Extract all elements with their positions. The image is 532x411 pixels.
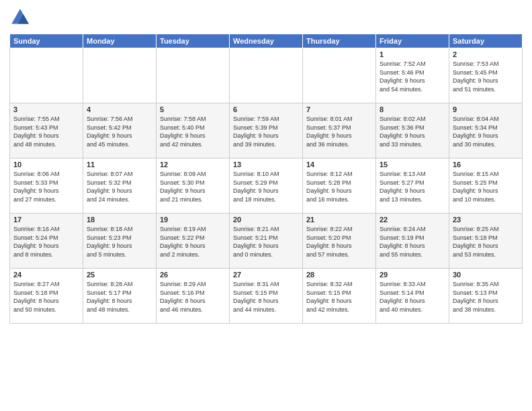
day-info: Sunrise: 7:59 AM Sunset: 5:39 PM Dayligh… bbox=[233, 115, 299, 148]
calendar-cell: 11Sunrise: 8:07 AM Sunset: 5:32 PM Dayli… bbox=[83, 158, 157, 214]
calendar-cell: 25Sunrise: 8:28 AM Sunset: 5:17 PM Dayli… bbox=[83, 269, 157, 324]
day-number: 4 bbox=[87, 105, 152, 113]
calendar-cell bbox=[83, 48, 157, 103]
day-info: Sunrise: 7:52 AM Sunset: 5:46 PM Dayligh… bbox=[380, 60, 445, 93]
weekday-wednesday: Wednesday bbox=[230, 34, 303, 48]
day-number: 28 bbox=[306, 271, 372, 279]
day-number: 14 bbox=[306, 161, 372, 169]
calendar-cell: 10Sunrise: 8:06 AM Sunset: 5:33 PM Dayli… bbox=[10, 158, 83, 214]
day-info: Sunrise: 8:28 AM Sunset: 5:17 PM Dayligh… bbox=[87, 280, 152, 314]
weekday-row: SundayMondayTuesdayWednesdayThursdayFrid… bbox=[10, 34, 523, 48]
calendar-cell: 16Sunrise: 8:15 AM Sunset: 5:25 PM Dayli… bbox=[449, 158, 523, 214]
day-info: Sunrise: 8:02 AM Sunset: 5:36 PM Dayligh… bbox=[380, 115, 445, 148]
weekday-monday: Monday bbox=[83, 34, 157, 48]
calendar-cell: 15Sunrise: 8:13 AM Sunset: 5:27 PM Dayli… bbox=[376, 158, 449, 214]
day-number: 26 bbox=[160, 271, 226, 279]
calendar-cell: 18Sunrise: 8:18 AM Sunset: 5:23 PM Dayli… bbox=[83, 214, 157, 269]
day-info: Sunrise: 7:56 AM Sunset: 5:42 PM Dayligh… bbox=[87, 115, 152, 148]
day-info: Sunrise: 8:24 AM Sunset: 5:19 PM Dayligh… bbox=[380, 225, 445, 259]
day-info: Sunrise: 8:13 AM Sunset: 5:27 PM Dayligh… bbox=[380, 170, 445, 203]
calendar-cell: 24Sunrise: 8:27 AM Sunset: 5:18 PM Dayli… bbox=[10, 269, 83, 324]
day-number: 1 bbox=[380, 50, 445, 58]
day-number: 11 bbox=[87, 161, 152, 169]
day-info: Sunrise: 8:29 AM Sunset: 5:16 PM Dayligh… bbox=[160, 280, 226, 314]
weekday-friday: Friday bbox=[376, 34, 449, 48]
day-number: 20 bbox=[233, 216, 299, 224]
page: SundayMondayTuesdayWednesdayThursdayFrid… bbox=[0, 0, 532, 411]
day-info: Sunrise: 7:53 AM Sunset: 5:45 PM Dayligh… bbox=[453, 60, 519, 93]
calendar-cell bbox=[230, 48, 303, 103]
calendar-cell bbox=[10, 48, 83, 103]
week-row-4: 24Sunrise: 8:27 AM Sunset: 5:18 PM Dayli… bbox=[10, 269, 523, 324]
calendar-cell: 8Sunrise: 8:02 AM Sunset: 5:36 PM Daylig… bbox=[376, 103, 449, 158]
calendar-cell: 28Sunrise: 8:32 AM Sunset: 5:15 PM Dayli… bbox=[303, 269, 376, 324]
calendar-cell: 13Sunrise: 8:10 AM Sunset: 5:29 PM Dayli… bbox=[230, 158, 303, 214]
calendar-cell: 3Sunrise: 7:55 AM Sunset: 5:43 PM Daylig… bbox=[10, 103, 83, 158]
day-number: 8 bbox=[380, 105, 445, 113]
calendar-cell: 1Sunrise: 7:52 AM Sunset: 5:46 PM Daylig… bbox=[376, 48, 449, 103]
calendar-body: 1Sunrise: 7:52 AM Sunset: 5:46 PM Daylig… bbox=[10, 48, 523, 324]
day-info: Sunrise: 8:04 AM Sunset: 5:34 PM Dayligh… bbox=[453, 115, 519, 148]
day-number: 15 bbox=[380, 161, 445, 169]
week-row-1: 3Sunrise: 7:55 AM Sunset: 5:43 PM Daylig… bbox=[10, 103, 523, 158]
calendar-cell: 6Sunrise: 7:59 AM Sunset: 5:39 PM Daylig… bbox=[230, 103, 303, 158]
calendar-cell: 27Sunrise: 8:31 AM Sunset: 5:15 PM Dayli… bbox=[230, 269, 303, 324]
logo bbox=[9, 7, 34, 28]
day-info: Sunrise: 7:58 AM Sunset: 5:40 PM Dayligh… bbox=[160, 115, 226, 148]
day-number: 21 bbox=[306, 216, 372, 224]
day-info: Sunrise: 8:35 AM Sunset: 5:13 PM Dayligh… bbox=[453, 280, 519, 314]
day-number: 2 bbox=[453, 50, 519, 58]
day-number: 6 bbox=[233, 105, 299, 113]
day-info: Sunrise: 8:18 AM Sunset: 5:23 PM Dayligh… bbox=[87, 225, 152, 259]
day-info: Sunrise: 8:25 AM Sunset: 5:18 PM Dayligh… bbox=[453, 225, 519, 259]
day-number: 19 bbox=[160, 216, 226, 224]
calendar-cell: 21Sunrise: 8:22 AM Sunset: 5:20 PM Dayli… bbox=[303, 214, 376, 269]
weekday-tuesday: Tuesday bbox=[157, 34, 230, 48]
day-number: 9 bbox=[453, 105, 519, 113]
day-info: Sunrise: 8:15 AM Sunset: 5:25 PM Dayligh… bbox=[453, 170, 519, 203]
day-info: Sunrise: 8:10 AM Sunset: 5:29 PM Dayligh… bbox=[233, 170, 299, 203]
week-row-3: 17Sunrise: 8:16 AM Sunset: 5:24 PM Dayli… bbox=[10, 214, 523, 269]
day-info: Sunrise: 8:32 AM Sunset: 5:15 PM Dayligh… bbox=[306, 280, 372, 314]
day-number: 25 bbox=[87, 271, 152, 279]
calendar-cell: 2Sunrise: 7:53 AM Sunset: 5:45 PM Daylig… bbox=[449, 48, 523, 103]
calendar-cell: 22Sunrise: 8:24 AM Sunset: 5:19 PM Dayli… bbox=[376, 214, 449, 269]
day-number: 29 bbox=[380, 271, 445, 279]
calendar-cell: 23Sunrise: 8:25 AM Sunset: 5:18 PM Dayli… bbox=[449, 214, 523, 269]
day-info: Sunrise: 8:16 AM Sunset: 5:24 PM Dayligh… bbox=[13, 225, 79, 259]
day-info: Sunrise: 8:21 AM Sunset: 5:21 PM Dayligh… bbox=[233, 225, 299, 259]
day-info: Sunrise: 8:07 AM Sunset: 5:32 PM Dayligh… bbox=[87, 170, 152, 203]
week-row-0: 1Sunrise: 7:52 AM Sunset: 5:46 PM Daylig… bbox=[10, 48, 523, 103]
calendar-cell: 29Sunrise: 8:33 AM Sunset: 5:14 PM Dayli… bbox=[376, 269, 449, 324]
day-info: Sunrise: 8:19 AM Sunset: 5:22 PM Dayligh… bbox=[160, 225, 226, 259]
weekday-sunday: Sunday bbox=[10, 34, 83, 48]
calendar-cell: 4Sunrise: 7:56 AM Sunset: 5:42 PM Daylig… bbox=[83, 103, 157, 158]
calendar-cell: 5Sunrise: 7:58 AM Sunset: 5:40 PM Daylig… bbox=[157, 103, 230, 158]
calendar-cell: 12Sunrise: 8:09 AM Sunset: 5:30 PM Dayli… bbox=[157, 158, 230, 214]
logo-icon bbox=[9, 7, 31, 28]
week-row-2: 10Sunrise: 8:06 AM Sunset: 5:33 PM Dayli… bbox=[10, 158, 523, 214]
day-info: Sunrise: 8:31 AM Sunset: 5:15 PM Dayligh… bbox=[233, 280, 299, 314]
day-number: 27 bbox=[233, 271, 299, 279]
day-info: Sunrise: 8:33 AM Sunset: 5:14 PM Dayligh… bbox=[380, 280, 445, 314]
day-number: 12 bbox=[160, 161, 226, 169]
calendar-cell: 17Sunrise: 8:16 AM Sunset: 5:24 PM Dayli… bbox=[10, 214, 83, 269]
day-number: 16 bbox=[453, 161, 519, 169]
day-number: 22 bbox=[380, 216, 445, 224]
day-number: 10 bbox=[13, 161, 79, 169]
day-number: 17 bbox=[13, 216, 79, 224]
day-info: Sunrise: 7:55 AM Sunset: 5:43 PM Dayligh… bbox=[13, 115, 79, 148]
calendar-cell: 19Sunrise: 8:19 AM Sunset: 5:22 PM Dayli… bbox=[157, 214, 230, 269]
day-info: Sunrise: 8:12 AM Sunset: 5:28 PM Dayligh… bbox=[306, 170, 372, 203]
day-number: 23 bbox=[453, 216, 519, 224]
day-number: 5 bbox=[160, 105, 226, 113]
calendar-cell: 9Sunrise: 8:04 AM Sunset: 5:34 PM Daylig… bbox=[449, 103, 523, 158]
day-number: 18 bbox=[87, 216, 152, 224]
day-number: 13 bbox=[233, 161, 299, 169]
day-info: Sunrise: 8:01 AM Sunset: 5:37 PM Dayligh… bbox=[306, 115, 372, 148]
day-number: 7 bbox=[306, 105, 372, 113]
calendar-cell: 14Sunrise: 8:12 AM Sunset: 5:28 PM Dayli… bbox=[303, 158, 376, 214]
day-number: 30 bbox=[453, 271, 519, 279]
day-info: Sunrise: 8:27 AM Sunset: 5:18 PM Dayligh… bbox=[13, 280, 79, 314]
calendar-cell: 26Sunrise: 8:29 AM Sunset: 5:16 PM Dayli… bbox=[157, 269, 230, 324]
